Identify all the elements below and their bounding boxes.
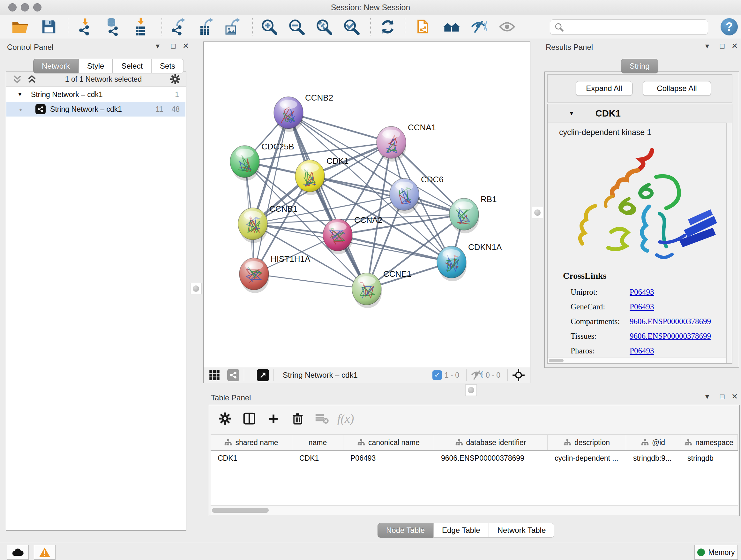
panel-close-icon[interactable]: ✕ xyxy=(731,392,738,401)
column-header-namespace[interactable]: namespace xyxy=(680,435,738,450)
table-cell[interactable]: 9606.ENSP00000378699 xyxy=(434,451,548,465)
open-in-cytoscape-web-button[interactable] xyxy=(414,17,433,36)
network-collection-row[interactable]: ▼ String Network – cdk1 1 xyxy=(6,87,185,102)
column-header-canonical-name[interactable]: canonical name xyxy=(343,435,434,450)
table-row[interactable]: CDK1CDK1P064939606.ENSP00000378699cyclin… xyxy=(211,451,738,465)
export-table-button[interactable] xyxy=(197,17,216,36)
string-badge-icon[interactable] xyxy=(227,369,239,381)
selected-checkbox-icon[interactable]: ✓ xyxy=(432,370,442,380)
show-all-button[interactable] xyxy=(497,17,517,36)
crosslink-tissues-link[interactable]: 9606.ENSP00000378699 xyxy=(630,332,711,341)
network-canvas[interactable]: CCNB2CCNA1CDC25BCDK1CDC6RB1CCNB1CCNA2CDK… xyxy=(204,42,530,367)
network-edge[interactable] xyxy=(338,235,452,262)
network-node-hist1h1a[interactable]: HIST1H1A xyxy=(239,254,311,293)
column-header--id[interactable]: @id xyxy=(626,435,680,450)
crosslink-pharos-link[interactable]: P06493 xyxy=(630,347,654,355)
panel-float-icon[interactable]: □ xyxy=(720,42,725,51)
table-cell[interactable]: P06493 xyxy=(343,451,434,465)
zoom-fit-button[interactable] xyxy=(314,17,334,36)
tab-select[interactable]: Select xyxy=(113,59,151,73)
hidden-eye-slash-icon[interactable] xyxy=(471,370,483,380)
search-input[interactable] xyxy=(567,20,708,34)
network-options-gear-icon[interactable] xyxy=(170,74,180,84)
collapse-all-button[interactable]: Collapse All xyxy=(643,81,711,96)
zoom-out-button[interactable] xyxy=(286,17,307,36)
results-horizontal-scrollbar[interactable] xyxy=(548,358,726,363)
open-session-button[interactable] xyxy=(10,17,30,36)
panel-collapse-icon[interactable]: ▾ xyxy=(705,392,709,401)
birds-eye-grid-icon[interactable] xyxy=(209,369,220,381)
table-cell[interactable]: cyclin-dependent ... xyxy=(548,451,626,465)
export-network-button[interactable] xyxy=(169,17,189,36)
column-header-shared-name[interactable]: shared name xyxy=(211,435,292,450)
gene-section-header[interactable]: ▼ CDK1 xyxy=(548,104,732,123)
show-columns-button[interactable] xyxy=(240,410,258,428)
network-node-cdkn1a[interactable]: CDKN1A xyxy=(437,242,502,281)
results-vertical-scrollbar[interactable] xyxy=(726,123,732,363)
fit-crosshair-icon[interactable] xyxy=(512,369,525,381)
delete-table-button[interactable] xyxy=(313,410,331,428)
crosslink-compartments-link[interactable]: 9606.ENSP00000378699 xyxy=(630,317,711,326)
expand-all-chevrons-icon[interactable] xyxy=(12,74,22,84)
crosslink-genecard-link[interactable]: P06493 xyxy=(630,302,654,311)
cloud-status-button[interactable] xyxy=(7,545,29,560)
left-splitter-handle[interactable] xyxy=(190,283,202,294)
network-edge[interactable] xyxy=(254,113,288,274)
column-header-description[interactable]: description xyxy=(548,435,626,450)
save-session-button[interactable] xyxy=(39,17,59,36)
table-horizontal-scrollbar[interactable] xyxy=(211,505,738,515)
tab-node-table[interactable]: Node Table xyxy=(378,523,433,538)
panel-collapse-icon[interactable]: ▾ xyxy=(156,42,159,51)
scrollbar-thumb[interactable] xyxy=(212,508,269,513)
section-expander-icon[interactable]: ▼ xyxy=(569,110,575,117)
import-table-file-button[interactable] xyxy=(131,17,151,36)
open-view-icon[interactable] xyxy=(257,369,269,381)
column-header-database-identifier[interactable]: database identifier xyxy=(434,435,548,450)
tab-network[interactable]: Network xyxy=(33,59,78,73)
create-column-button[interactable]: + xyxy=(265,410,282,428)
refresh-button[interactable] xyxy=(378,17,398,36)
import-network-file-button[interactable] xyxy=(76,17,96,36)
panel-float-icon[interactable]: □ xyxy=(171,42,176,51)
scrollbar-thumb[interactable] xyxy=(549,359,563,362)
right-splitter-handle[interactable] xyxy=(532,207,543,219)
import-network-database-button[interactable] xyxy=(103,17,123,36)
table-cell[interactable]: stringdb xyxy=(680,451,738,465)
tab-style[interactable]: Style xyxy=(78,59,113,73)
crosslink-uniprot-link[interactable]: P06493 xyxy=(630,288,654,297)
table-cell[interactable]: stringdb:9... xyxy=(626,451,680,465)
panel-close-icon[interactable]: ✕ xyxy=(731,42,738,51)
open-folder-icon xyxy=(11,19,29,34)
panel-collapse-icon[interactable]: ▾ xyxy=(705,42,709,51)
export-image-button[interactable] xyxy=(223,17,243,36)
network-edge[interactable] xyxy=(288,113,391,142)
delete-column-button[interactable] xyxy=(289,410,307,428)
expand-all-button[interactable]: Expand All xyxy=(576,81,632,96)
node-table-box: + f(x) shared namenamecanonical namedata… xyxy=(209,405,740,516)
network-node-ccna1[interactable]: CCNA1 xyxy=(377,123,436,162)
warnings-button[interactable] xyxy=(34,545,56,560)
panel-close-icon[interactable]: ✕ xyxy=(183,42,189,51)
tree-expander-icon[interactable]: ▼ xyxy=(17,91,23,98)
network-edge[interactable] xyxy=(254,274,367,289)
help-button[interactable]: ? xyxy=(721,18,738,36)
zoom-in-button[interactable] xyxy=(259,17,279,36)
memory-button[interactable]: Memory xyxy=(694,545,738,560)
collapse-all-chevrons-icon[interactable] xyxy=(27,74,37,84)
panel-float-icon[interactable]: □ xyxy=(720,392,725,401)
table-cell[interactable]: CDK1 xyxy=(292,451,343,465)
column-header-name[interactable]: name xyxy=(292,435,343,450)
network-node-ccne1[interactable]: CCNE1 xyxy=(352,269,411,308)
zoom-selected-button[interactable] xyxy=(341,17,361,36)
function-builder-button[interactable]: f(x) xyxy=(337,410,354,428)
tab-edge-table[interactable]: Edge Table xyxy=(433,523,489,538)
hide-selected-button[interactable] xyxy=(469,17,489,36)
tab-sets[interactable]: Sets xyxy=(151,59,184,73)
table-cell[interactable]: CDK1 xyxy=(211,451,292,465)
network-row-selected[interactable]: ● String Network – cdk1 11 48 xyxy=(6,102,185,117)
tab-string[interactable]: String xyxy=(621,59,658,73)
tab-network-table[interactable]: Network Table xyxy=(489,523,555,538)
network-node-rb1[interactable]: RB1 xyxy=(449,194,497,233)
table-options-gear-button[interactable] xyxy=(216,410,234,428)
first-neighbors-button[interactable] xyxy=(442,17,461,36)
